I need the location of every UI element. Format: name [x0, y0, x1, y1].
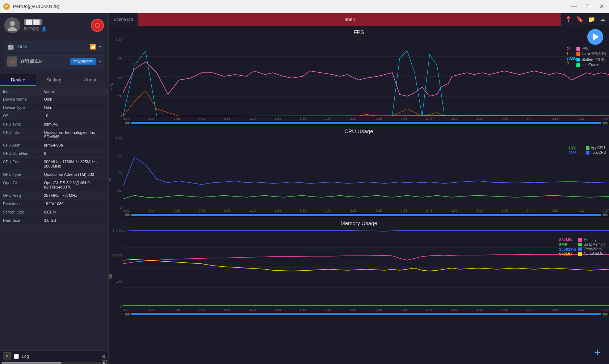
- user-info: ██ ██ 账户信息 👤: [24, 19, 87, 31]
- scene-tab-bar: SceneTab label1 📍 🔖 📁 ☁: [109, 13, 609, 26]
- cpu-legend-total: TotalCPU: [586, 151, 606, 155]
- minimize-button[interactable]: —: [569, 3, 579, 10]
- cpu-values: 13% 26%: [568, 146, 576, 155]
- fps-scrollbar[interactable]: [123, 121, 609, 125]
- maximize-button[interactable]: ☐: [583, 3, 593, 10]
- titlebar-left: P PerfDog(v6.1.220128): [3, 3, 59, 10]
- cpu-y-axis-title: %: [109, 178, 112, 182]
- cpu-y-100: 100: [109, 137, 122, 141]
- game-selector[interactable]: 🚗 狂野飙车9 常规测试中 ▾: [4, 54, 104, 69]
- memory-y-1000: 1,000: [109, 254, 122, 258]
- memory-chart-title: Memory Usage: [109, 220, 609, 226]
- memory-legend-memory-label: Memory: [583, 238, 596, 242]
- fps-legend-jank: Jank(卡顿次数): [576, 51, 606, 56]
- info-row: CPU Archarm64-v8a: [0, 141, 108, 149]
- cloud-icon[interactable]: ☁: [600, 16, 605, 23]
- cpu-y-25: 25: [109, 189, 122, 192]
- game-chevron-icon: ▾: [99, 59, 101, 64]
- user-section: ██ ██ 账户信息 👤: [0, 13, 108, 38]
- info-key: CPU Freq: [3, 160, 44, 164]
- memory-val-memory: 882MB: [559, 238, 576, 242]
- memory-y-axis-title: MB: [109, 274, 113, 279]
- memory-val-swap: 8MB: [559, 242, 576, 247]
- memory-scrollbar[interactable]: [123, 312, 609, 316]
- info-row: CPU InfoQualcomm Technologies, Inc SDM84…: [0, 128, 108, 141]
- cpu-legend-total-label: TotalCPU: [591, 151, 606, 155]
- username: ██ ██: [24, 19, 42, 25]
- fps-chart-title: FPS: [109, 29, 609, 35]
- record-indicator: [95, 23, 100, 28]
- memory-y-0: 0: [109, 305, 122, 309]
- memory-legend-available-color: [578, 252, 582, 256]
- location-icon[interactable]: 📍: [565, 16, 572, 23]
- main-layout: ██ ██ 账户信息 👤 🤖 Odin 📶 ▾ 🚗 狂野飙车9 常规: [0, 13, 609, 364]
- cpu-scroll-track[interactable]: [131, 214, 601, 216]
- device-selector[interactable]: 🤖 Odin 📶 ▾: [4, 41, 104, 52]
- info-row: CPU Freq300MHz - 1766MHz 825MHz - 2803MH…: [0, 158, 108, 170]
- memory-chart-wrapper: 1,500 1,000 500 0 MB: [109, 228, 609, 316]
- info-value: Odin: [44, 97, 105, 101]
- info-key: Ram Size: [3, 218, 44, 223]
- cpu-chart-main: 0:000:140:280:420:561:101:241:381:522:06…: [123, 136, 609, 217]
- avatar: [4, 17, 20, 33]
- log-collapse-button[interactable]: ▼: [3, 352, 11, 360]
- memory-legend-swap-label: SwapMemory: [583, 242, 605, 246]
- cpu-chart-wrapper: 100 75 50 25 0 %: [109, 136, 609, 217]
- account-settings-icon[interactable]: 👤: [41, 26, 47, 31]
- info-row: CPU Typesdm845: [0, 120, 108, 128]
- fps-legend-interframe-label: InterFrame: [581, 63, 599, 67]
- cpu-y-axis: 100 75 50 25 0 %: [109, 136, 123, 217]
- game-icon: 🚗: [7, 56, 17, 67]
- tab-about[interactable]: About: [72, 74, 108, 86]
- fps-scroll-track[interactable]: [131, 122, 601, 124]
- scroll-right-button[interactable]: ▶: [102, 360, 107, 364]
- log-checkbox[interactable]: [14, 354, 19, 359]
- memory-scroll-left[interactable]: [125, 313, 130, 316]
- fps-legend-interframe-color: [576, 63, 580, 67]
- cpu-scroll-right[interactable]: [602, 213, 608, 216]
- tab-device[interactable]: Device: [0, 74, 36, 86]
- info-row: Device NameOdin: [0, 95, 108, 103]
- tab-setting[interactable]: Setting: [36, 74, 72, 86]
- cpu-chart: CPU Usage 100 75 50 25 0 %: [109, 125, 609, 217]
- memory-legend-swap-color: [578, 243, 582, 246]
- close-button[interactable]: ✕: [597, 3, 606, 10]
- cpu-legend: AppCPU TotalCPU: [586, 146, 606, 155]
- memory-scroll-right[interactable]: [602, 313, 608, 316]
- play-button[interactable]: [587, 29, 603, 45]
- info-key: CPU Type: [3, 122, 44, 126]
- memory-chart: Memory Usage 1,500 1,000 500 0 MB: [109, 217, 609, 316]
- record-button[interactable]: [91, 19, 104, 32]
- folder-icon[interactable]: 📁: [588, 16, 595, 23]
- fps-val-3: 73.90: [566, 56, 576, 60]
- info-key: Screen Size: [3, 210, 44, 214]
- fps-scroll-right[interactable]: [602, 122, 608, 124]
- fps-legend-fps-label: FPS: [581, 47, 588, 51]
- sidebar-scrollbar-thumb[interactable]: [1, 362, 62, 364]
- bookmark-icon[interactable]: 🔖: [576, 16, 584, 23]
- info-key: OS: [3, 114, 44, 118]
- info-row: Screen Size6.01 in: [0, 208, 108, 216]
- account-info-label: 账户信息: [24, 26, 40, 31]
- fps-values: 21 1 73.90 0: [566, 47, 576, 65]
- titlebar: P PerfDog(v6.1.220128) — ☐ ✕: [0, 0, 609, 13]
- memory-legend-memory-color: [578, 238, 582, 242]
- cpu-val-total: 26%: [568, 151, 576, 155]
- account-info[interactable]: 账户信息 👤: [24, 26, 87, 31]
- active-scene-tab[interactable]: label1: [138, 13, 561, 26]
- fps-y-50: 50: [109, 76, 122, 80]
- fps-scroll-left[interactable]: [125, 122, 130, 124]
- info-value: sdm845: [44, 122, 105, 126]
- add-chart-button[interactable]: +: [592, 347, 603, 358]
- collapse-sidebar-button[interactable]: «: [102, 352, 105, 360]
- cpu-scroll-left[interactable]: [125, 213, 130, 216]
- memory-val-virtual: 10092MB: [559, 247, 576, 251]
- cpu-scrollbar[interactable]: [123, 213, 609, 217]
- info-row: Ram Size3.6 GB: [0, 216, 108, 225]
- app-icon: P: [3, 3, 10, 10]
- device-section: 🤖 Odin 📶 ▾ 🚗 狂野飙车9 常规测试中 ▾: [0, 38, 108, 74]
- cpu-y-50: 50: [109, 172, 122, 175]
- info-key: CPU CoreNum: [3, 151, 44, 156]
- sidebar-scrollbar[interactable]: ▶: [0, 362, 108, 364]
- memory-scroll-track[interactable]: [131, 313, 601, 315]
